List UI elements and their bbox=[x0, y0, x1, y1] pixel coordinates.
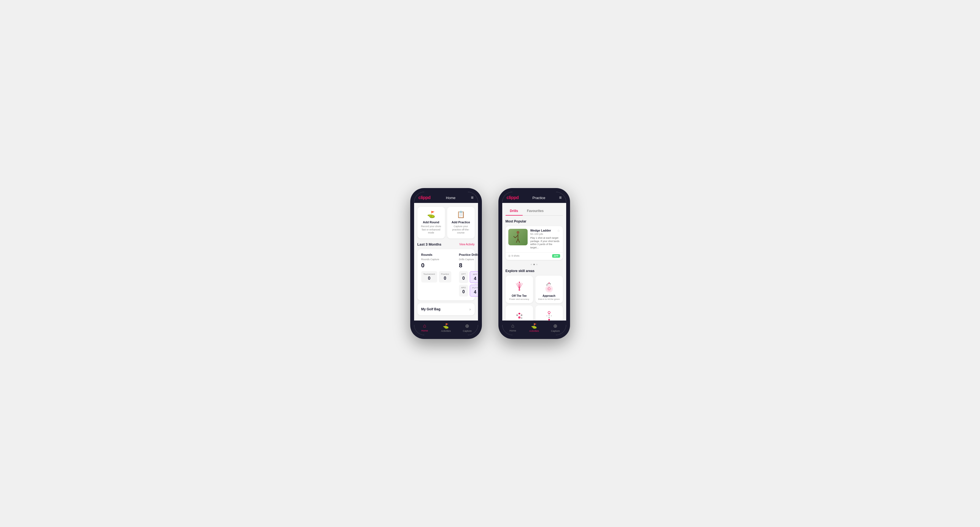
action-cards: ⛳ Add Round Record your shots fast or en… bbox=[417, 207, 475, 238]
skill-approach[interactable]: Approach Dial-in to hit the green bbox=[535, 276, 563, 303]
putt-cell: PUTT 4 bbox=[470, 285, 478, 297]
arg-cell: ARG 0 bbox=[459, 285, 468, 297]
off-the-tee-desc: Power and accuracy bbox=[508, 298, 530, 300]
star-icon[interactable]: ☆ bbox=[557, 229, 560, 233]
dot-1[interactable] bbox=[531, 264, 532, 265]
drills-grid: OTT 0 APP 4 ARG 0 bbox=[459, 271, 478, 297]
svg-point-27 bbox=[549, 315, 550, 316]
off-the-tee-icon-wrap bbox=[508, 279, 530, 293]
add-practice-card[interactable]: 📋 Add Practice Capture your practice off… bbox=[447, 207, 475, 238]
svg-point-26 bbox=[548, 317, 550, 318]
svg-line-10 bbox=[519, 283, 521, 289]
skill-off-the-tee[interactable]: Off The Tee Power and accuracy bbox=[506, 276, 533, 303]
last-3-months-title: Last 3 Months bbox=[417, 242, 441, 246]
app-value: 4 bbox=[472, 276, 478, 281]
ott-label: OTT bbox=[461, 273, 466, 275]
activities-nav-icon: ⛳ bbox=[443, 323, 449, 329]
svg-point-17 bbox=[547, 283, 549, 284]
skill-around-the-green[interactable]: Around The Green Hone your short game bbox=[506, 305, 533, 321]
app-logo-2: clippd bbox=[507, 195, 519, 200]
bottom-nav-practice: ⌂ Home ⛳ Activities ⊕ Capture bbox=[502, 321, 566, 335]
approach-desc: Dial-in to hit the green bbox=[538, 298, 560, 300]
nav-capture[interactable]: ⊕ Capture bbox=[457, 321, 478, 335]
home-content: ⛳ Add Round Record your shots fast or en… bbox=[414, 203, 478, 321]
header-title-2: Practice bbox=[532, 196, 545, 200]
target-icon: ◎ bbox=[508, 254, 511, 257]
home-nav-icon-2: ⌂ bbox=[511, 323, 514, 329]
around-the-green-svg bbox=[513, 310, 525, 321]
rounds-grid: Tournament 0 Practice 0 bbox=[421, 271, 451, 283]
tab-favourites[interactable]: Favourites bbox=[523, 207, 548, 216]
svg-line-7 bbox=[516, 283, 519, 289]
putt-label: PUTT bbox=[472, 287, 478, 289]
svg-point-16 bbox=[546, 284, 547, 286]
add-practice-desc: Capture your practice off-the-course bbox=[450, 225, 472, 235]
nav-activities-2[interactable]: ⛳ Activities bbox=[523, 321, 545, 335]
nav-home[interactable]: ⌂ Home bbox=[414, 321, 435, 335]
tab-drills[interactable]: Drills bbox=[506, 207, 523, 216]
practice-content: Drills Favourites Most Popular bbox=[502, 203, 566, 321]
around-the-green-icon-wrap bbox=[508, 309, 530, 321]
svg-line-8 bbox=[518, 283, 519, 289]
add-round-card[interactable]: ⛳ Add Round Record your shots fast or en… bbox=[417, 207, 445, 238]
app-logo: clippd bbox=[418, 195, 431, 200]
activities-nav-label: Activities bbox=[441, 330, 451, 332]
tournament-cell: Tournament 0 bbox=[421, 271, 437, 283]
activities-nav-icon-2: ⛳ bbox=[531, 323, 537, 329]
svg-line-11 bbox=[519, 283, 523, 289]
svg-point-25 bbox=[548, 319, 550, 321]
off-the-tee-title: Off The Tee bbox=[508, 294, 530, 297]
featured-desc: Play 1 shot at each target yardage. If y… bbox=[530, 237, 560, 249]
dot-3[interactable] bbox=[536, 264, 538, 265]
featured-title-row: Wedge Ladder ☆ bbox=[530, 229, 560, 233]
nav-capture-2[interactable]: ⊕ Capture bbox=[545, 321, 566, 335]
add-round-desc: Record your shots fast or enhanced mode bbox=[420, 225, 442, 235]
menu-icon-2[interactable]: ≡ bbox=[559, 195, 562, 200]
menu-icon[interactable]: ≡ bbox=[471, 195, 473, 200]
skill-grid: Off The Tee Power and accuracy bbox=[506, 276, 563, 321]
app-cell: APP 4 bbox=[470, 271, 478, 283]
svg-line-4 bbox=[518, 239, 520, 243]
arg-label: ARG bbox=[461, 286, 466, 289]
stats-card: Rounds Rounds Capture 0 Tournament 0 Pra… bbox=[417, 249, 475, 300]
putting-icon-wrap bbox=[538, 309, 560, 321]
capture-nav-icon-2: ⊕ bbox=[553, 323, 557, 329]
svg-point-29 bbox=[548, 311, 550, 314]
nav-activities[interactable]: ⛳ Activities bbox=[435, 321, 457, 335]
golfer-svg bbox=[512, 230, 523, 244]
svg-line-5 bbox=[514, 236, 515, 238]
svg-point-14 bbox=[547, 287, 551, 291]
approach-title: Approach bbox=[538, 294, 560, 297]
dot-2[interactable] bbox=[533, 264, 535, 265]
home-nav-label-2: Home bbox=[509, 329, 516, 332]
tournament-value: 0 bbox=[423, 276, 435, 281]
featured-drill-title: Wedge Ladder bbox=[530, 229, 551, 232]
skill-putting[interactable]: Putting Make and lag practice bbox=[535, 305, 563, 321]
shot-count-text: 9 shots bbox=[512, 254, 520, 257]
ott-value: 0 bbox=[461, 276, 466, 281]
featured-range: 50–100 yds bbox=[530, 233, 560, 235]
featured-info: Wedge Ladder ☆ 50–100 yds Play 1 shot at… bbox=[530, 229, 560, 249]
featured-drill-card[interactable]: Wedge Ladder ☆ 50–100 yds Play 1 shot at… bbox=[506, 226, 563, 260]
bottom-nav-home: ⌂ Home ⛳ Activities ⊕ Capture bbox=[414, 321, 478, 335]
nav-home-2[interactable]: ⌂ Home bbox=[502, 321, 523, 335]
drills-capture-value: 8 bbox=[459, 262, 478, 269]
add-practice-icon: 📋 bbox=[450, 211, 472, 218]
off-the-tee-svg bbox=[513, 280, 525, 292]
golf-bag-label: My Golf Bag bbox=[421, 307, 441, 311]
approach-icon-wrap bbox=[538, 279, 560, 293]
app-header-practice: clippd Practice ≡ bbox=[502, 192, 566, 203]
golf-bag-row[interactable]: My Golf Bag › bbox=[417, 303, 475, 315]
svg-point-18 bbox=[549, 283, 550, 284]
chevron-right-icon: › bbox=[469, 307, 471, 311]
drills-capture-label: Drills Capture bbox=[459, 258, 478, 261]
phone-practice: clippd Practice ≡ Drills Favourites Most… bbox=[498, 188, 570, 339]
view-activity-link[interactable]: View Activity bbox=[459, 243, 474, 246]
svg-point-30 bbox=[546, 315, 547, 316]
add-round-icon: ⛳ bbox=[420, 211, 442, 218]
svg-line-3 bbox=[516, 239, 518, 243]
featured-thumb bbox=[508, 229, 528, 245]
svg-point-13 bbox=[548, 288, 550, 290]
app-header-home: clippd Home ≡ bbox=[414, 192, 478, 203]
phone-home: clippd Home ≡ ⛳ Add Round Record your sh… bbox=[410, 188, 482, 339]
